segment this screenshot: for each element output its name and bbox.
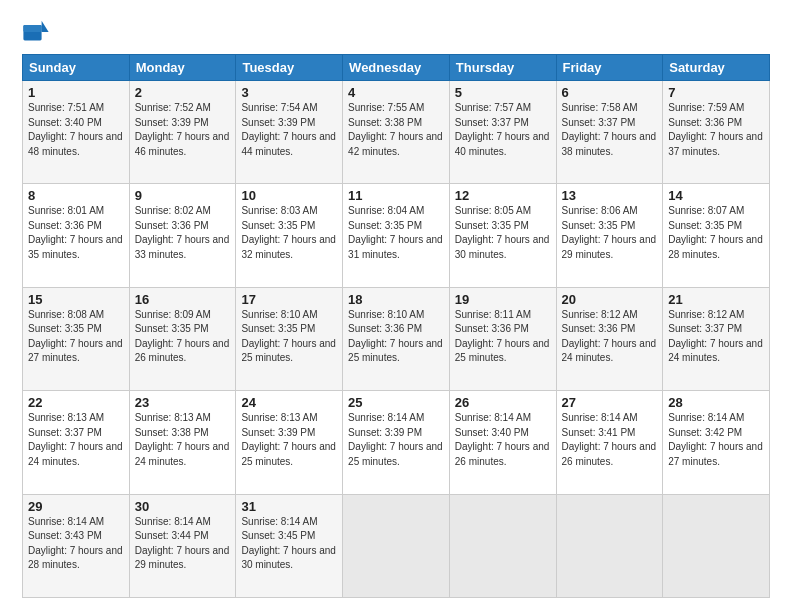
day-info: Sunrise: 8:14 AM Sunset: 3:39 PM Dayligh… (348, 411, 444, 469)
day-info: Sunrise: 8:10 AM Sunset: 3:35 PM Dayligh… (241, 308, 337, 366)
day-info: Sunrise: 8:13 AM Sunset: 3:39 PM Dayligh… (241, 411, 337, 469)
day-info: Sunrise: 8:01 AM Sunset: 3:36 PM Dayligh… (28, 204, 124, 262)
day-info: Sunrise: 8:14 AM Sunset: 3:45 PM Dayligh… (241, 515, 337, 573)
calendar-cell: 8 Sunrise: 8:01 AM Sunset: 3:36 PM Dayli… (23, 184, 130, 287)
calendar-cell: 1 Sunrise: 7:51 AM Sunset: 3:40 PM Dayli… (23, 81, 130, 184)
calendar-cell (663, 494, 770, 597)
calendar-cell: 15 Sunrise: 8:08 AM Sunset: 3:35 PM Dayl… (23, 287, 130, 390)
calendar-cell: 20 Sunrise: 8:12 AM Sunset: 3:36 PM Dayl… (556, 287, 663, 390)
header-sunday: Sunday (23, 55, 130, 81)
calendar-cell: 9 Sunrise: 8:02 AM Sunset: 3:36 PM Dayli… (129, 184, 236, 287)
header (22, 18, 770, 46)
day-info: Sunrise: 7:52 AM Sunset: 3:39 PM Dayligh… (135, 101, 231, 159)
calendar-cell: 2 Sunrise: 7:52 AM Sunset: 3:39 PM Dayli… (129, 81, 236, 184)
calendar-week-5: 29 Sunrise: 8:14 AM Sunset: 3:43 PM Dayl… (23, 494, 770, 597)
calendar-cell: 21 Sunrise: 8:12 AM Sunset: 3:37 PM Dayl… (663, 287, 770, 390)
day-info: Sunrise: 8:14 AM Sunset: 3:42 PM Dayligh… (668, 411, 764, 469)
day-info: Sunrise: 8:14 AM Sunset: 3:41 PM Dayligh… (562, 411, 658, 469)
day-info: Sunrise: 8:05 AM Sunset: 3:35 PM Dayligh… (455, 204, 551, 262)
day-number: 4 (348, 85, 444, 100)
day-number: 7 (668, 85, 764, 100)
day-info: Sunrise: 8:09 AM Sunset: 3:35 PM Dayligh… (135, 308, 231, 366)
day-info: Sunrise: 8:14 AM Sunset: 3:44 PM Dayligh… (135, 515, 231, 573)
calendar-cell: 24 Sunrise: 8:13 AM Sunset: 3:39 PM Dayl… (236, 391, 343, 494)
day-info: Sunrise: 8:11 AM Sunset: 3:36 PM Dayligh… (455, 308, 551, 366)
day-number: 17 (241, 292, 337, 307)
calendar-cell: 14 Sunrise: 8:07 AM Sunset: 3:35 PM Dayl… (663, 184, 770, 287)
calendar-week-1: 1 Sunrise: 7:51 AM Sunset: 3:40 PM Dayli… (23, 81, 770, 184)
day-info: Sunrise: 8:14 AM Sunset: 3:43 PM Dayligh… (28, 515, 124, 573)
calendar-cell: 22 Sunrise: 8:13 AM Sunset: 3:37 PM Dayl… (23, 391, 130, 494)
day-number: 23 (135, 395, 231, 410)
day-info: Sunrise: 8:12 AM Sunset: 3:37 PM Dayligh… (668, 308, 764, 366)
day-number: 21 (668, 292, 764, 307)
day-info: Sunrise: 7:54 AM Sunset: 3:39 PM Dayligh… (241, 101, 337, 159)
day-number: 31 (241, 499, 337, 514)
day-info: Sunrise: 8:12 AM Sunset: 3:36 PM Dayligh… (562, 308, 658, 366)
day-info: Sunrise: 8:02 AM Sunset: 3:36 PM Dayligh… (135, 204, 231, 262)
calendar-cell: 18 Sunrise: 8:10 AM Sunset: 3:36 PM Dayl… (343, 287, 450, 390)
logo-area (22, 18, 54, 46)
day-info: Sunrise: 8:06 AM Sunset: 3:35 PM Dayligh… (562, 204, 658, 262)
calendar-cell: 7 Sunrise: 7:59 AM Sunset: 3:36 PM Dayli… (663, 81, 770, 184)
calendar-cell: 29 Sunrise: 8:14 AM Sunset: 3:43 PM Dayl… (23, 494, 130, 597)
day-number: 18 (348, 292, 444, 307)
calendar-cell: 27 Sunrise: 8:14 AM Sunset: 3:41 PM Dayl… (556, 391, 663, 494)
calendar-cell: 3 Sunrise: 7:54 AM Sunset: 3:39 PM Dayli… (236, 81, 343, 184)
day-info: Sunrise: 8:13 AM Sunset: 3:37 PM Dayligh… (28, 411, 124, 469)
calendar-cell: 4 Sunrise: 7:55 AM Sunset: 3:38 PM Dayli… (343, 81, 450, 184)
calendar-cell (556, 494, 663, 597)
header-thursday: Thursday (449, 55, 556, 81)
day-number: 8 (28, 188, 124, 203)
calendar-cell: 17 Sunrise: 8:10 AM Sunset: 3:35 PM Dayl… (236, 287, 343, 390)
calendar-cell: 26 Sunrise: 8:14 AM Sunset: 3:40 PM Dayl… (449, 391, 556, 494)
day-info: Sunrise: 8:10 AM Sunset: 3:36 PM Dayligh… (348, 308, 444, 366)
day-info: Sunrise: 7:51 AM Sunset: 3:40 PM Dayligh… (28, 101, 124, 159)
calendar-cell: 25 Sunrise: 8:14 AM Sunset: 3:39 PM Dayl… (343, 391, 450, 494)
day-number: 30 (135, 499, 231, 514)
calendar-cell: 23 Sunrise: 8:13 AM Sunset: 3:38 PM Dayl… (129, 391, 236, 494)
header-tuesday: Tuesday (236, 55, 343, 81)
header-monday: Monday (129, 55, 236, 81)
calendar-cell: 11 Sunrise: 8:04 AM Sunset: 3:35 PM Dayl… (343, 184, 450, 287)
calendar-cell: 30 Sunrise: 8:14 AM Sunset: 3:44 PM Dayl… (129, 494, 236, 597)
calendar-cell: 12 Sunrise: 8:05 AM Sunset: 3:35 PM Dayl… (449, 184, 556, 287)
day-info: Sunrise: 8:08 AM Sunset: 3:35 PM Dayligh… (28, 308, 124, 366)
day-info: Sunrise: 8:14 AM Sunset: 3:40 PM Dayligh… (455, 411, 551, 469)
calendar-week-3: 15 Sunrise: 8:08 AM Sunset: 3:35 PM Dayl… (23, 287, 770, 390)
day-number: 1 (28, 85, 124, 100)
day-number: 26 (455, 395, 551, 410)
day-number: 5 (455, 85, 551, 100)
day-info: Sunrise: 7:57 AM Sunset: 3:37 PM Dayligh… (455, 101, 551, 159)
day-number: 3 (241, 85, 337, 100)
day-number: 10 (241, 188, 337, 203)
calendar-cell: 31 Sunrise: 8:14 AM Sunset: 3:45 PM Dayl… (236, 494, 343, 597)
day-number: 6 (562, 85, 658, 100)
svg-marker-1 (42, 21, 49, 32)
day-number: 20 (562, 292, 658, 307)
day-number: 14 (668, 188, 764, 203)
day-info: Sunrise: 7:59 AM Sunset: 3:36 PM Dayligh… (668, 101, 764, 159)
calendar-cell: 5 Sunrise: 7:57 AM Sunset: 3:37 PM Dayli… (449, 81, 556, 184)
day-number: 29 (28, 499, 124, 514)
day-number: 11 (348, 188, 444, 203)
day-info: Sunrise: 7:55 AM Sunset: 3:38 PM Dayligh… (348, 101, 444, 159)
day-number: 24 (241, 395, 337, 410)
day-info: Sunrise: 8:07 AM Sunset: 3:35 PM Dayligh… (668, 204, 764, 262)
calendar-header-row: SundayMondayTuesdayWednesdayThursdayFrid… (23, 55, 770, 81)
calendar-cell (343, 494, 450, 597)
calendar-cell: 13 Sunrise: 8:06 AM Sunset: 3:35 PM Dayl… (556, 184, 663, 287)
day-number: 16 (135, 292, 231, 307)
day-info: Sunrise: 7:58 AM Sunset: 3:37 PM Dayligh… (562, 101, 658, 159)
calendar-cell: 6 Sunrise: 7:58 AM Sunset: 3:37 PM Dayli… (556, 81, 663, 184)
calendar-table: SundayMondayTuesdayWednesdayThursdayFrid… (22, 54, 770, 598)
day-info: Sunrise: 8:03 AM Sunset: 3:35 PM Dayligh… (241, 204, 337, 262)
day-number: 12 (455, 188, 551, 203)
calendar-week-2: 8 Sunrise: 8:01 AM Sunset: 3:36 PM Dayli… (23, 184, 770, 287)
page: SundayMondayTuesdayWednesdayThursdayFrid… (0, 0, 792, 612)
header-saturday: Saturday (663, 55, 770, 81)
day-info: Sunrise: 8:04 AM Sunset: 3:35 PM Dayligh… (348, 204, 444, 262)
day-number: 22 (28, 395, 124, 410)
day-number: 28 (668, 395, 764, 410)
day-number: 25 (348, 395, 444, 410)
